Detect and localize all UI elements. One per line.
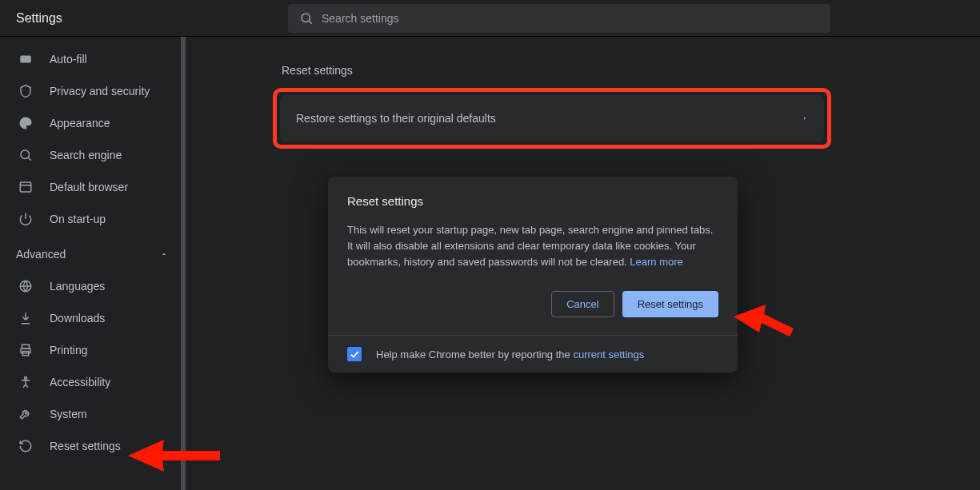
sidebar-item-label: Default browser <box>50 181 128 193</box>
svg-marker-14 <box>734 305 794 337</box>
accessibility-icon <box>18 374 34 390</box>
svg-line-4 <box>28 157 30 160</box>
search-input[interactable] <box>288 4 830 33</box>
sidebar-item-label: Search engine <box>50 149 122 161</box>
print-icon <box>18 342 34 358</box>
section-title: Reset settings <box>280 64 824 77</box>
annotation-highlight: Restore settings to their original defau… <box>273 88 831 149</box>
sidebar-item-accessibility[interactable]: Accessibility <box>0 366 186 398</box>
sidebar-section-label: Advanced <box>16 248 66 261</box>
sidebar-item-label: Languages <box>50 280 105 293</box>
shield-icon <box>18 83 34 99</box>
dialog-title: Reset settings <box>347 194 718 208</box>
globe-icon <box>18 278 34 294</box>
sidebar-item-autofill[interactable]: Auto-fill <box>0 43 186 75</box>
app-header: Settings <box>0 0 980 37</box>
power-icon <box>18 211 34 227</box>
report-settings-checkbox[interactable] <box>347 347 362 361</box>
sidebar-item-label: Privacy and security <box>50 85 150 98</box>
svg-point-13 <box>25 376 27 379</box>
svg-rect-5 <box>20 182 31 192</box>
sidebar-item-label: On start-up <box>50 213 106 225</box>
restore-defaults-row[interactable]: Restore settings to their original defau… <box>280 95 824 141</box>
svg-point-3 <box>21 150 30 159</box>
page-title: Settings <box>16 11 288 26</box>
search-container <box>288 4 830 33</box>
sidebar-item-default-browser[interactable]: Default browser <box>0 171 186 203</box>
svg-point-0 <box>302 14 310 22</box>
sidebar-item-label: Appearance <box>50 117 110 129</box>
wrench-icon <box>18 406 34 422</box>
sidebar-item-label: Accessibility <box>50 376 110 388</box>
sidebar-item-label: System <box>50 408 87 420</box>
reset-settings-dialog: Reset settings This will reset your star… <box>328 177 738 372</box>
main-content: Reset settings Restore settings to their… <box>186 37 980 490</box>
svg-line-1 <box>309 21 311 23</box>
sidebar-item-downloads[interactable]: Downloads <box>0 302 186 334</box>
sidebar-item-label: Printing <box>50 344 87 357</box>
sidebar-item-label: Auto-fill <box>50 53 87 66</box>
sidebar-section-advanced[interactable]: Advanced <box>0 238 186 270</box>
download-icon <box>18 310 34 326</box>
sidebar-item-system[interactable]: System <box>0 398 186 430</box>
sidebar-item-label: Reset settings <box>50 440 121 452</box>
sidebar-item-label: Downloads <box>50 312 105 325</box>
current-settings-link[interactable]: current settings <box>573 349 644 361</box>
learn-more-link[interactable]: Learn more <box>630 256 682 268</box>
sidebar-item-printing[interactable]: Printing <box>0 334 186 366</box>
search-icon <box>299 11 314 26</box>
sidebar-item-appearance[interactable]: Appearance <box>0 107 186 139</box>
history-icon <box>18 438 34 454</box>
card-label: Restore settings to their original defau… <box>296 112 496 125</box>
footer-text-content: Help make Chrome better by reporting the <box>376 349 573 361</box>
dialog-footer-text: Help make Chrome better by reporting the… <box>376 349 644 361</box>
chevron-up-icon <box>160 250 168 258</box>
svg-rect-2 <box>20 56 31 63</box>
palette-icon <box>18 115 34 131</box>
chevron-right-icon <box>802 114 808 123</box>
autofill-icon <box>18 51 34 67</box>
cancel-button[interactable]: Cancel <box>551 291 614 317</box>
annotation-arrow-icon <box>734 297 798 353</box>
sidebar-item-startup[interactable]: On start-up <box>0 203 186 235</box>
sidebar-item-languages[interactable]: Languages <box>0 270 186 302</box>
sidebar-item-privacy[interactable]: Privacy and security <box>0 75 186 107</box>
sidebar-item-reset[interactable]: Reset settings <box>0 430 186 462</box>
browser-icon <box>18 179 34 195</box>
search-engine-icon <box>18 147 34 163</box>
dialog-body-text: This will reset your startup page, new t… <box>347 222 718 270</box>
reset-settings-button[interactable]: Reset settings <box>622 291 718 317</box>
sidebar-item-search-engine[interactable]: Search engine <box>0 139 186 171</box>
sidebar: Auto-fill Privacy and security Appearanc… <box>0 37 186 490</box>
